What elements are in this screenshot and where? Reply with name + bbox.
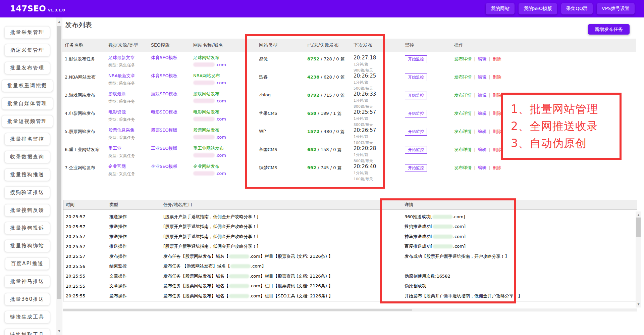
sidebar-scrollbar-thumb[interactable] xyxy=(57,26,61,299)
scroll-up-arrow-icon[interactable]: ▲ xyxy=(56,19,62,24)
main-content: 发布列表 新增发布任务 任务名称 数据来源/类型 SEO模版 网站名称/域名 网… xyxy=(62,17,644,335)
sidebar-item[interactable]: 批量权重词挖掘 xyxy=(2,80,53,92)
log-time: 20:25:57 xyxy=(63,244,107,249)
sidebar-item[interactable]: 百度API推送 xyxy=(5,257,49,270)
sidebar-item[interactable]: 链接生成工具 xyxy=(4,311,50,323)
start-monitor-button[interactable]: 开始监控 xyxy=(405,128,427,136)
delete-link[interactable]: 删除 xyxy=(493,147,501,152)
sidebar-item[interactable]: 收录数据查询 xyxy=(4,151,50,163)
publish-detail-link[interactable]: 发布详情 xyxy=(454,93,472,98)
start-monitor-button[interactable]: 开始监控 xyxy=(405,92,427,99)
action-separator: | xyxy=(474,75,475,80)
edit-link[interactable]: 编辑 xyxy=(478,93,486,98)
sidebar-item[interactable]: 批量排名监控 xyxy=(4,133,50,145)
log-content-text: 发布任务【股票网站发布】域名【 xyxy=(163,254,229,259)
log-horizontal-scrollbar-thumb[interactable] xyxy=(63,309,412,311)
edit-link[interactable]: 编辑 xyxy=(478,129,486,134)
edit-link[interactable]: 编辑 xyxy=(478,111,486,116)
top-nav-item[interactable]: 采集QQ群 xyxy=(561,3,593,14)
sidebar-item[interactable]: 批量发布管理 xyxy=(4,62,50,74)
sidebar-item[interactable]: 批量自媒体管理 xyxy=(2,97,53,110)
publish-counts: 8792 / 715 / 0 篇 xyxy=(305,88,351,109)
data-source-link[interactable]: 游戏最新 xyxy=(108,91,149,97)
publish-detail-link[interactable]: 发布详情 xyxy=(454,111,472,116)
sidebar-item[interactable]: 批量360推送 xyxy=(4,293,50,305)
start-monitor-button[interactable]: 开始监控 xyxy=(405,146,427,154)
sidebar-item[interactable]: 搜狗验证推送 xyxy=(4,186,50,199)
delete-link[interactable]: 删除 xyxy=(493,129,501,134)
delete-link[interactable]: 删除 xyxy=(493,56,501,61)
edit-link[interactable]: 编辑 xyxy=(478,56,486,61)
delete-link[interactable]: 删除 xyxy=(493,111,501,116)
censored-domain xyxy=(193,81,215,85)
next-publish-time: 20:26:57 xyxy=(354,127,402,133)
log-time: 20:25:57 xyxy=(63,234,107,239)
scroll-up-arrow-icon[interactable]: ▲ xyxy=(636,212,641,218)
log-content: [股票开户新手避坑指南，低佣金开户攻略分享！] xyxy=(161,234,402,240)
top-nav-item[interactable]: 我的网站 xyxy=(486,3,515,14)
seo-template-link[interactable]: 工业SEO模版 xyxy=(151,145,191,151)
site-name: 股票网站发布 xyxy=(193,127,257,133)
data-source-link[interactable]: 股票信息采集 xyxy=(108,127,149,133)
publish-detail-link[interactable]: 发布详情 xyxy=(454,129,472,134)
edit-link[interactable]: 编辑 xyxy=(478,165,486,170)
col-header-seo-template: SEO模版 xyxy=(149,42,191,48)
data-source-link[interactable]: 企业官网 xyxy=(108,163,149,170)
sidebar-item[interactable]: 批量短视频管理 xyxy=(2,115,53,128)
edit-link[interactable]: 编辑 xyxy=(478,75,486,80)
publish-detail-link[interactable]: 发布详情 xyxy=(454,147,472,152)
add-publish-task-button[interactable]: 新增发布任务 xyxy=(588,24,630,35)
seo-template-link[interactable]: 体育SEO模板 xyxy=(151,73,191,79)
seo-template-link[interactable]: 电影SEO模板 xyxy=(151,109,191,115)
log-type: 结束监控 xyxy=(107,263,161,269)
publish-detail-link[interactable]: 发布详情 xyxy=(454,75,472,80)
col-header-time: 时间 xyxy=(63,202,107,208)
sidebar-item[interactable]: 批量搜狗推送 xyxy=(4,169,50,181)
data-source-link[interactable]: 重工业 xyxy=(108,145,149,151)
sidebar-item-label: 指定采集管理 xyxy=(10,47,44,53)
seo-template-link[interactable]: 体育SEO模板 xyxy=(151,55,191,61)
next-publish-time: 20:26:25 xyxy=(354,73,402,79)
sidebar-scrollbar[interactable]: ▲ ▼ xyxy=(56,17,62,335)
start-monitor-button[interactable]: 开始监控 xyxy=(405,55,427,63)
sidebar-item[interactable]: 批量搜狗绑站 xyxy=(4,240,50,252)
publish-detail-link[interactable]: 发布详情 xyxy=(454,56,472,61)
sidebar-item[interactable]: 指定采集管理 xyxy=(4,44,50,56)
sidebar-item[interactable]: 批量神马推送 xyxy=(4,275,50,288)
delete-link[interactable]: 删除 xyxy=(493,75,501,80)
action-separator: | xyxy=(489,56,490,61)
task-name: 7.企业网站发布 xyxy=(62,161,106,182)
seo-template-link[interactable]: 游戏SEO模板 xyxy=(151,91,191,97)
censored-domain xyxy=(229,294,249,298)
log-scrollbar-thumb[interactable] xyxy=(636,218,641,237)
col-header-site-type: 网站类型 xyxy=(257,42,305,48)
seo-template-link[interactable]: 企业SEO模板 xyxy=(151,163,191,170)
sidebar-item[interactable]: 批量搜狗反馈 xyxy=(4,204,50,217)
delete-link[interactable]: 删除 xyxy=(493,165,501,170)
sidebar-item[interactable]: 批量采集管理 xyxy=(4,26,50,39)
log-scrollbar[interactable]: ▲ ▼ xyxy=(636,211,641,307)
sidebar-item[interactable]: 批量搜狗投诉 xyxy=(4,222,50,234)
sidebar-item[interactable]: 链接抓取工具 xyxy=(4,329,50,335)
start-monitor-button[interactable]: 开始监控 xyxy=(405,110,427,117)
log-horizontal-scrollbar[interactable] xyxy=(63,308,637,312)
seo-template-link[interactable]: 股票SEO模版 xyxy=(151,127,191,133)
start-monitor-button[interactable]: 开始监控 xyxy=(405,164,427,172)
count-separator: / xyxy=(319,56,324,61)
scroll-down-arrow-icon[interactable]: ▼ xyxy=(56,328,62,334)
sidebar-item-label: 批量排名监控 xyxy=(10,136,44,142)
top-nav-item[interactable]: 我的SEO模版 xyxy=(519,3,557,14)
publish-rate-per-article: 1分钟/篇 xyxy=(354,134,402,139)
edit-link[interactable]: 编辑 xyxy=(478,147,486,152)
data-source-link[interactable]: 电影资源 xyxy=(108,109,149,115)
scroll-down-arrow-icon[interactable]: ▼ xyxy=(636,301,641,307)
top-nav-item[interactable]: VPS拨号设置 xyxy=(597,3,635,14)
start-monitor-button[interactable]: 开始监控 xyxy=(405,74,427,81)
data-source-link[interactable]: 足球最新文章 xyxy=(108,55,149,61)
count-separator: / xyxy=(332,129,336,134)
delete-link[interactable]: 删除 xyxy=(493,93,501,98)
publish-detail-link[interactable]: 发布详情 xyxy=(454,165,472,170)
top-nav-item-label: 采集QQ群 xyxy=(566,6,588,11)
log-content: 发布任务【股票网站发布】域名【.com】栏目【股票资讯 (文档: 2126条) … xyxy=(161,273,402,279)
data-source-link[interactable]: NBA最新文章 xyxy=(108,73,149,79)
